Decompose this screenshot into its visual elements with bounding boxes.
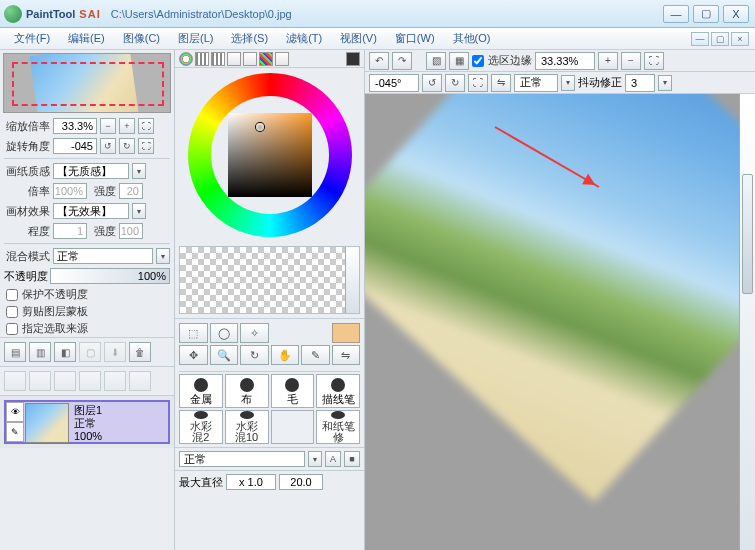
palette-tab[interactable] [259, 52, 273, 66]
brush-preset-2[interactable]: 布 [225, 374, 269, 408]
material-effect-dropdown-icon[interactable]: ▾ [132, 203, 146, 219]
foreground-color[interactable] [346, 52, 360, 66]
minimize-button[interactable]: — [663, 5, 689, 23]
sv-picker[interactable] [228, 113, 312, 197]
color-wheel-tab[interactable] [179, 52, 193, 66]
menu-window[interactable]: 窗口(W) [387, 29, 443, 48]
zoom-fit-button[interactable]: ⛶ [138, 118, 154, 134]
layer-extra1-button[interactable] [4, 371, 26, 391]
layer-extra2-button[interactable] [29, 371, 51, 391]
zoom-in-button[interactable]: + [119, 118, 135, 134]
blend-mode-dropdown-icon[interactable]: ▾ [156, 248, 170, 264]
rotation-value[interactable]: -045 [53, 138, 97, 154]
color-wheel[interactable] [175, 68, 364, 242]
canvas-vscrollbar[interactable] [739, 94, 755, 550]
max-diameter-value[interactable]: 20.0 [279, 474, 323, 490]
brush-preset-5[interactable]: 水彩混2 [179, 410, 223, 444]
layer-extra6-button[interactable] [129, 371, 151, 391]
tool-zoom[interactable]: 🔍 [210, 345, 239, 365]
canvas-rotate-right-button[interactable]: ↻ [445, 74, 465, 92]
canvas-blend-select[interactable]: 正常 [514, 74, 558, 92]
menu-edit[interactable]: 编辑(E) [60, 29, 113, 48]
layer-merge-button[interactable]: ⬇ [104, 342, 126, 362]
canvas-rotate-reset-button[interactable]: ⛶ [468, 74, 488, 92]
layer-edit-icon[interactable]: ✎ [6, 422, 24, 442]
selection-edge-checkbox[interactable]: 选区边缘 [472, 53, 532, 68]
material-effect-select[interactable]: 【无效果】 [53, 203, 129, 219]
brush-preset-8[interactable]: 和纸笔修 [316, 410, 360, 444]
canvas-zoom-out-button[interactable]: − [621, 52, 641, 70]
canvas-zoom-value[interactable]: 33.33% [535, 52, 595, 70]
layer-mask-button[interactable]: ◧ [54, 342, 76, 362]
layer-clear-button[interactable]: ▢ [79, 342, 101, 362]
layer-delete-button[interactable]: 🗑 [129, 342, 151, 362]
menu-layer[interactable]: 图层(L) [170, 29, 221, 48]
menu-other[interactable]: 其他(O) [445, 29, 499, 48]
canvas-zoom-in-button[interactable]: + [598, 52, 618, 70]
tool-hand[interactable]: ✋ [271, 345, 300, 365]
mdi-min-button[interactable]: — [691, 32, 709, 46]
scratchpad-tab[interactable] [275, 52, 289, 66]
rgb-sliders-tab[interactable] [195, 52, 209, 66]
tool-rect-select[interactable]: ⬚ [179, 323, 208, 343]
tool-swap-color[interactable]: ⇋ [332, 345, 361, 365]
layer-visible-icon[interactable]: 👁 [6, 402, 24, 422]
mdi-max-button[interactable]: ▢ [711, 32, 729, 46]
tool-picker[interactable]: ✎ [301, 345, 330, 365]
menu-select[interactable]: 选择(S) [223, 29, 276, 48]
new-folder-button[interactable]: ▥ [29, 342, 51, 362]
canvas-zoom-fit-button[interactable]: ⛶ [644, 52, 664, 70]
redo-button[interactable]: ↷ [392, 52, 412, 70]
stabilizer-dropdown-icon[interactable]: ▾ [658, 75, 672, 91]
menu-file[interactable]: 文件(F) [6, 29, 58, 48]
maximize-button[interactable]: ▢ [693, 5, 719, 23]
opacity-slider[interactable]: 100% [50, 268, 170, 284]
blend-mode-select[interactable]: 正常 [53, 248, 153, 264]
canvas-angle-value[interactable]: -045° [369, 74, 419, 92]
gray-tab[interactable] [227, 52, 241, 66]
tool-lasso[interactable]: ◯ [210, 323, 239, 343]
tool-move[interactable]: ✥ [179, 345, 208, 365]
menu-image[interactable]: 图像(C) [115, 29, 168, 48]
swatch-scrollbar[interactable] [345, 247, 359, 313]
protect-opacity-checkbox[interactable]: 保护不透明度 [0, 286, 174, 303]
brush-preset-1[interactable]: 金属 [179, 374, 223, 408]
rotation-reset-button[interactable]: ⛶ [138, 138, 154, 154]
new-layer-button[interactable]: ▤ [4, 342, 26, 362]
clipping-mask-checkbox[interactable]: 剪贴图层蒙板 [0, 303, 174, 320]
brush-blend-dropdown-icon[interactable]: ▾ [308, 451, 322, 467]
paper-texture-dropdown-icon[interactable]: ▾ [132, 163, 146, 179]
rotate-left-button[interactable]: ↺ [100, 138, 116, 154]
invert-select-button[interactable]: ▦ [449, 52, 469, 70]
tool-rotate[interactable]: ↻ [240, 345, 269, 365]
canvas-flip-button[interactable]: ⇋ [491, 74, 511, 92]
selection-source-checkbox[interactable]: 指定选取来源 [0, 320, 174, 337]
layer-extra4-button[interactable] [79, 371, 101, 391]
menu-filter[interactable]: 滤镜(T) [278, 29, 330, 48]
brush-preset-4[interactable]: 描线笔 [316, 374, 360, 408]
undo-button[interactable]: ↶ [369, 52, 389, 70]
rotate-right-button[interactable]: ↻ [119, 138, 135, 154]
navigator-viewport-frame[interactable] [12, 62, 164, 106]
max-diameter-mul[interactable]: x 1.0 [226, 474, 276, 490]
swatch-tab[interactable] [243, 52, 257, 66]
tool-magic-wand[interactable]: ✧ [240, 323, 269, 343]
navigator[interactable] [3, 53, 171, 113]
brush-opt1-button[interactable]: A [325, 451, 341, 467]
zoom-out-button[interactable]: − [100, 118, 116, 134]
layer-extra5-button[interactable] [104, 371, 126, 391]
canvas-rotate-left-button[interactable]: ↺ [422, 74, 442, 92]
current-color-chip[interactable] [332, 323, 361, 343]
paper-texture-select[interactable]: 【无质感】 [53, 163, 129, 179]
stabilizer-value[interactable]: 3 [625, 74, 655, 92]
mdi-close-button[interactable]: × [731, 32, 749, 46]
deselect-button[interactable]: ▧ [426, 52, 446, 70]
brush-blend-select[interactable]: 正常 [179, 451, 305, 467]
canvas-blend-dropdown-icon[interactable]: ▾ [561, 75, 575, 91]
swatch-panel[interactable] [179, 246, 360, 314]
brush-opt2-button[interactable]: ■ [344, 451, 360, 467]
menu-view[interactable]: 视图(V) [332, 29, 385, 48]
layer-item[interactable]: 👁 ✎ 图层1 正常 100% [4, 400, 170, 444]
brush-preset-6[interactable]: 水彩混10 [225, 410, 269, 444]
brush-preset-3[interactable]: 毛 [271, 374, 315, 408]
